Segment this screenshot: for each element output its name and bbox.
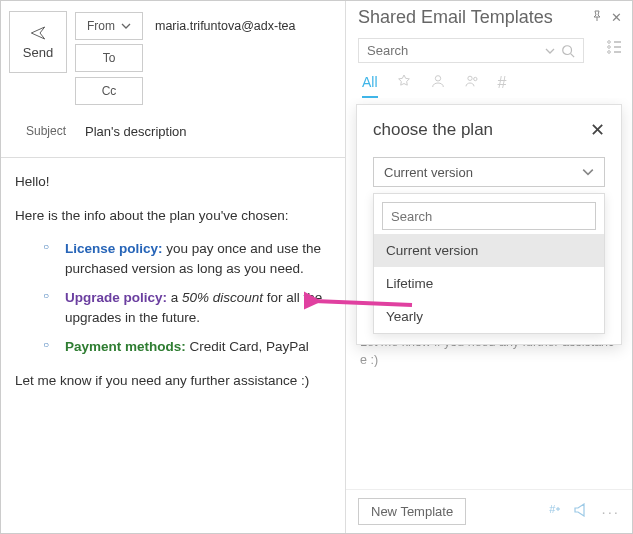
from-button[interactable]: From: [75, 12, 143, 40]
chevron-down-icon: [582, 166, 594, 178]
li-text: Credit Card, PayPal: [186, 339, 309, 354]
svg-point-5: [435, 76, 440, 81]
svg-point-3: [608, 46, 611, 49]
li-title: Upgrade policy:: [65, 290, 167, 305]
cc-button[interactable]: Cc: [75, 77, 143, 105]
list-item: License policy: you pay once and use the…: [49, 239, 331, 278]
tab-tags[interactable]: #: [498, 74, 507, 98]
from-field[interactable]: [151, 13, 337, 39]
subject-label: Subject: [17, 124, 75, 138]
dropdown-search: [382, 202, 596, 230]
panel-search-input[interactable]: [367, 43, 539, 58]
li-pre: a: [167, 290, 182, 305]
close-panel-icon[interactable]: ✕: [611, 10, 622, 25]
dropdown-option[interactable]: Lifetime: [374, 267, 604, 300]
send-icon: [28, 25, 48, 41]
plan-dropdown: Current version Lifetime Yearly: [373, 193, 605, 334]
email-body[interactable]: Hello! Here is the info about the plan y…: [1, 158, 345, 533]
more-icon[interactable]: ···: [601, 503, 620, 520]
send-button[interactable]: Send: [9, 11, 67, 73]
choose-plan-popup: choose the plan ✕ Current version Curren…: [356, 104, 622, 345]
cc-field[interactable]: [151, 78, 337, 104]
svg-point-4: [608, 51, 611, 54]
templates-panel: Shared Email Templates ✕ All # ch: [346, 1, 632, 533]
compose-pane: Send From To: [1, 1, 346, 533]
body-intro: Here is the info about the plan you've c…: [15, 206, 331, 226]
subject-field[interactable]: [85, 119, 337, 143]
li-title: License policy:: [65, 241, 163, 256]
tab-personal[interactable]: [430, 73, 446, 98]
dropdown-search-input[interactable]: [383, 203, 595, 229]
body-greeting: Hello!: [15, 172, 331, 192]
to-button[interactable]: To: [75, 44, 143, 72]
svg-point-0: [563, 45, 572, 54]
to-field[interactable]: [151, 45, 337, 71]
person-icon: [430, 73, 446, 89]
from-label: From: [87, 19, 115, 33]
people-icon: [464, 73, 480, 89]
popup-title: choose the plan: [373, 120, 493, 140]
send-label: Send: [23, 45, 53, 60]
footer-hash-icon[interactable]: #ᐩ: [549, 503, 561, 521]
chevron-down-icon[interactable]: [545, 46, 555, 56]
plan-select-value: Current version: [384, 165, 473, 180]
li-title: Payment methods:: [65, 339, 186, 354]
new-template-button[interactable]: New Template: [358, 498, 466, 525]
body-outro: Let me know if you need any further assi…: [15, 371, 331, 391]
list-item: Upgrade policy: a 50% discount for all t…: [49, 288, 331, 327]
svg-point-7: [473, 77, 476, 80]
li-em: 50% discount: [182, 290, 263, 305]
cc-label: Cc: [102, 84, 117, 98]
svg-point-2: [608, 41, 611, 44]
chevron-down-icon: [121, 21, 131, 31]
list-item: Payment methods: Credit Card, PayPal: [49, 337, 331, 357]
to-label: To: [103, 51, 116, 65]
tab-all[interactable]: All: [362, 74, 378, 98]
filter-tabs: All #: [346, 67, 632, 98]
dropdown-option[interactable]: Current version: [374, 234, 604, 267]
dropdown-option[interactable]: Yearly: [374, 300, 604, 333]
svg-point-6: [467, 76, 471, 80]
svg-line-1: [571, 53, 575, 57]
tab-team[interactable]: [464, 73, 480, 98]
list-settings-icon[interactable]: [606, 40, 622, 57]
star-icon: [396, 73, 412, 89]
body-list: License policy: you pay once and use the…: [15, 239, 331, 357]
panel-title: Shared Email Templates: [358, 7, 553, 28]
tab-favorites[interactable]: [396, 73, 412, 98]
hash-icon: #: [498, 74, 507, 91]
popup-close-icon[interactable]: ✕: [590, 119, 605, 141]
announce-icon[interactable]: [573, 503, 589, 520]
search-icon[interactable]: [561, 44, 575, 58]
pin-icon[interactable]: [591, 10, 603, 25]
plan-select[interactable]: Current version: [373, 157, 605, 187]
